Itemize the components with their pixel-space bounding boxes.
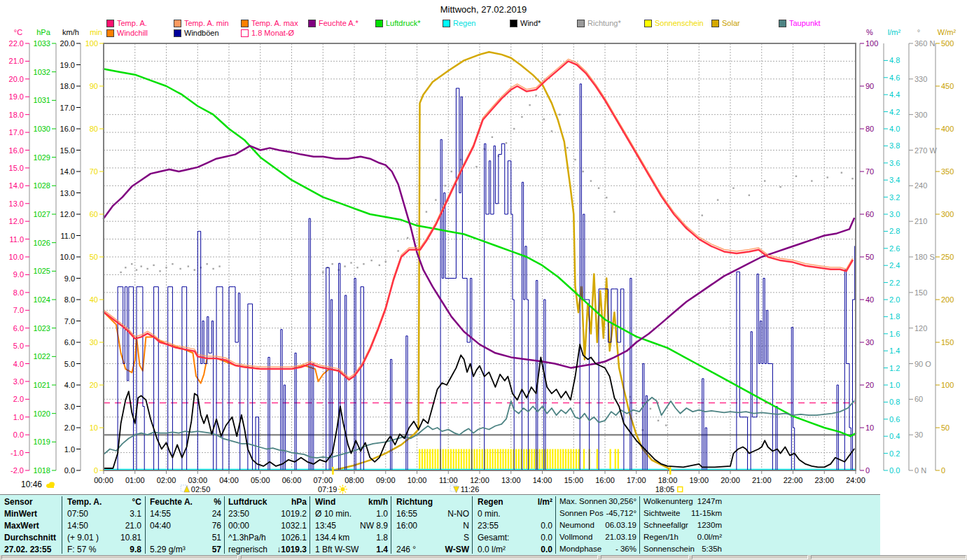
forecast-info-row: Regen/1h0.0l/m² bbox=[643, 533, 722, 541]
svg-text:30: 30 bbox=[865, 338, 874, 346]
table-separator bbox=[639, 496, 640, 554]
table-cell-label: 0 min. bbox=[478, 509, 501, 519]
svg-text:1.6: 1.6 bbox=[889, 330, 900, 338]
table-cell-label: 0.0 l/m² bbox=[478, 545, 506, 555]
svg-text:90: 90 bbox=[865, 82, 874, 90]
statusbar-current-time: 10:46 bbox=[21, 479, 56, 489]
table-col-unit: °C bbox=[104, 497, 141, 507]
svg-text:50: 50 bbox=[865, 253, 874, 261]
svg-text:18.0: 18.0 bbox=[60, 82, 75, 90]
svg-text:90 O: 90 O bbox=[914, 360, 931, 368]
table-cell-value: 21.0 bbox=[104, 521, 141, 531]
svg-text:120: 120 bbox=[914, 324, 927, 332]
table-cell-value: 51 bbox=[183, 533, 221, 543]
table-cell-value: 0.0 bbox=[513, 545, 552, 555]
table-cell-label: 16:55 bbox=[396, 509, 417, 519]
svg-text:7.0: 7.0 bbox=[64, 317, 75, 326]
table-cell-label: 23:55 bbox=[478, 521, 499, 531]
info-label: Neumond bbox=[559, 521, 594, 529]
astro-info-row: Max. Sonnen30,256° bbox=[559, 497, 636, 505]
svg-text:18.0: 18.0 bbox=[9, 111, 24, 119]
svg-text:210: 210 bbox=[914, 217, 927, 225]
svg-text:80: 80 bbox=[90, 125, 98, 133]
svg-text:500: 500 bbox=[941, 39, 954, 48]
table-cell-value: 0.0 bbox=[513, 521, 552, 531]
table-cell-label: regnerisch bbox=[228, 545, 267, 555]
svg-text:1.2: 1.2 bbox=[889, 364, 900, 372]
svg-text:0: 0 bbox=[865, 466, 870, 475]
marker-time: 18:05 bbox=[655, 485, 675, 493]
svg-text:0.0: 0.0 bbox=[13, 430, 24, 439]
svg-text:21:00: 21:00 bbox=[752, 476, 772, 484]
svg-text:3.6: 3.6 bbox=[889, 159, 900, 167]
svg-text:10.0: 10.0 bbox=[60, 253, 75, 261]
table-cell-value: 9.8 bbox=[104, 545, 141, 555]
table-col-header: Regen bbox=[478, 497, 503, 507]
table-cell-value: 1.0 bbox=[346, 509, 388, 519]
svg-text:1030: 1030 bbox=[34, 125, 50, 133]
svg-text:270 W: 270 W bbox=[914, 146, 937, 155]
statusbar-segment bbox=[1, 555, 238, 559]
table-cell-label: 13:45 bbox=[315, 521, 336, 531]
info-value: 1230m bbox=[697, 521, 722, 529]
svg-text:20.0: 20.0 bbox=[9, 75, 24, 83]
info-label: Sichtweite bbox=[643, 509, 680, 517]
svg-text:450: 450 bbox=[941, 82, 954, 90]
svg-text:100: 100 bbox=[865, 39, 878, 48]
info-label: Regen/1h bbox=[643, 533, 679, 541]
svg-text:0.8: 0.8 bbox=[889, 398, 900, 406]
marker-moonrise-arrow-up bbox=[181, 485, 190, 492]
svg-text:0 N: 0 N bbox=[914, 466, 926, 475]
svg-text:17.0: 17.0 bbox=[9, 128, 24, 136]
svg-text:350: 350 bbox=[941, 167, 954, 176]
svg-text:15:00: 15:00 bbox=[564, 476, 583, 484]
svg-text:1023: 1023 bbox=[34, 324, 50, 332]
table-col-unit: l/m² bbox=[513, 497, 552, 507]
svg-text:17:00: 17:00 bbox=[627, 476, 646, 484]
table-cell-value: ↓1019.3 bbox=[266, 545, 307, 555]
svg-text:40: 40 bbox=[90, 295, 98, 304]
svg-text:50: 50 bbox=[941, 424, 949, 432]
svg-text:150: 150 bbox=[941, 338, 954, 346]
svg-text:10: 10 bbox=[865, 424, 874, 432]
info-label: Mondphase bbox=[559, 545, 601, 553]
svg-text:1021: 1021 bbox=[34, 381, 50, 389]
svg-text:1033: 1033 bbox=[34, 39, 50, 48]
table-separator bbox=[391, 496, 391, 554]
table-cell-label: 134.4 km bbox=[315, 533, 349, 543]
svg-text:3.0: 3.0 bbox=[889, 210, 900, 218]
current-time-label: 10:46 bbox=[21, 479, 42, 489]
svg-text:04:00: 04:00 bbox=[219, 476, 239, 484]
svg-text:10.0: 10.0 bbox=[9, 253, 24, 261]
window-statusbar bbox=[0, 555, 967, 560]
svg-text:70: 70 bbox=[865, 167, 874, 176]
svg-text:8.0: 8.0 bbox=[13, 288, 24, 297]
svg-text:2.0: 2.0 bbox=[889, 295, 900, 304]
svg-text:22.0: 22.0 bbox=[9, 39, 24, 48]
forecast-info-row: Sichtweite11-15km bbox=[643, 509, 722, 517]
svg-text:19.0: 19.0 bbox=[9, 92, 24, 101]
svg-text:24:00: 24:00 bbox=[846, 476, 865, 484]
svg-text:16:00: 16:00 bbox=[595, 476, 615, 484]
svg-text:300: 300 bbox=[914, 111, 927, 119]
table-cell-label: F: 57 % bbox=[67, 545, 96, 555]
stats-table: SensorMinWertMaxWertDurchschnitt27.02. 2… bbox=[0, 494, 880, 556]
table-cell-label: 23:50 bbox=[228, 509, 249, 519]
svg-text:0.6: 0.6 bbox=[889, 415, 900, 424]
svg-text:km/h: km/h bbox=[62, 28, 79, 36]
table-col-unit: % bbox=[183, 497, 221, 507]
svg-text:W/m²: W/m² bbox=[938, 28, 956, 36]
svg-text:6.0: 6.0 bbox=[64, 338, 75, 346]
svg-text:50: 50 bbox=[90, 253, 98, 261]
svg-text:100: 100 bbox=[941, 381, 954, 389]
svg-text:9.0: 9.0 bbox=[13, 270, 24, 279]
svg-text:0: 0 bbox=[941, 466, 945, 475]
table-cell-label: 14:55 bbox=[150, 509, 171, 519]
svg-text:%: % bbox=[866, 28, 873, 36]
info-label: Wolkenunterg bbox=[643, 497, 693, 505]
svg-text:15.0: 15.0 bbox=[9, 164, 24, 172]
svg-text:13.0: 13.0 bbox=[9, 200, 24, 208]
series-sonnenschein bbox=[419, 449, 618, 470]
table-col-header: Wind bbox=[315, 497, 335, 507]
info-value: 1247m bbox=[697, 497, 722, 505]
